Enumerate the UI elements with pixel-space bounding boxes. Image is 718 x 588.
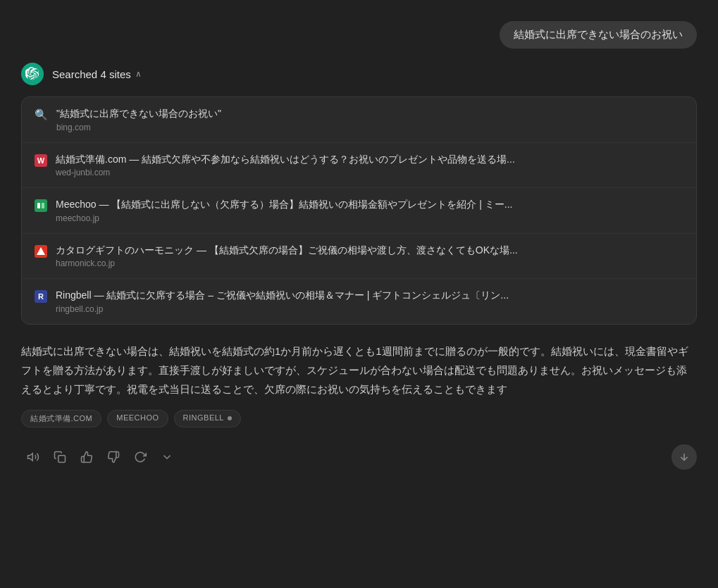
main-content: Searched 4 sites ∧ 🔍 "結婚式に出席できない場合のお祝い" …	[0, 63, 718, 574]
result-wed-junbi-domain: wed-junbi.com	[56, 168, 683, 177]
search-results-card: 🔍 "結婚式に出席できない場合のお祝い" bing.com W 結婚式準備.co…	[21, 96, 697, 325]
refresh-icon	[134, 451, 147, 463]
svg-rect-4	[42, 203, 44, 208]
favicon-meechoo	[35, 199, 47, 212]
search-icon: 🔍	[35, 108, 48, 121]
result-row-meechoo[interactable]: Meechoo — 【結婚式に出席しない（欠席する）場合】結婚祝いの相場金額やプ…	[22, 188, 696, 234]
search-query-domain: bing.com	[56, 123, 683, 132]
copy-button[interactable]	[48, 446, 72, 468]
action-bar	[21, 444, 697, 477]
search-query-text-wrap: "結婚式に出席できない場合のお祝い" bing.com	[56, 107, 683, 132]
result-meechoo-title: Meechoo — 【結婚式に出席しない（欠席する）場合】結婚祝いの相場金額やプ…	[56, 198, 683, 212]
top-bar: 結婚式に出席できない場合のお祝い	[0, 14, 718, 63]
query-bubble: 結婚式に出席できない場合のお祝い	[500, 21, 697, 49]
thumbs-down-icon	[107, 451, 120, 463]
result-harmonick-domain: harmonick.co.jp	[56, 258, 683, 268]
favicon-ringbell: R	[35, 290, 47, 303]
result-ringbell-text-wrap: Ringbell — 結婚式に欠席する場合 – ご祝儀や結婚祝いの相場＆マナー …	[56, 289, 683, 314]
result-wed-junbi-title: 結婚式準備.com — 結婚式欠席や不参加なら結婚祝いはどうする？お祝いのプレゼ…	[56, 153, 683, 167]
favicon-wed-junbi: W	[35, 154, 47, 167]
svg-text:W: W	[37, 156, 45, 165]
citation-tag-ringbell[interactable]: RINGBELL	[174, 410, 242, 427]
result-row-wed-junbi[interactable]: W 結婚式準備.com — 結婚式欠席や不参加なら結婚祝いはどうする？お祝いのプ…	[22, 143, 696, 189]
citation-dot	[228, 416, 232, 420]
result-meechoo-domain: meechoo.jp	[56, 213, 683, 223]
searched-sites-label[interactable]: Searched 4 sites ∧	[52, 68, 142, 80]
chevron-up-icon: ∧	[135, 69, 142, 79]
scroll-down-button[interactable]	[671, 444, 697, 470]
svg-marker-9	[28, 453, 33, 461]
citation-tag-meechoo[interactable]: MEECHOO	[107, 410, 168, 427]
arrow-down-icon	[679, 451, 690, 463]
result-row-ringbell[interactable]: R Ringbell — 結婚式に欠席する場合 – ご祝儀や結婚祝いの相場＆マナ…	[22, 279, 696, 324]
chatgpt-logo-svg	[25, 67, 39, 81]
result-ringbell-domain: ringbell.co.jp	[56, 304, 683, 314]
svg-text:R: R	[38, 292, 44, 301]
search-query-row[interactable]: 🔍 "結婚式に出席できない場合のお祝い" bing.com	[22, 97, 696, 143]
svg-rect-3	[37, 203, 40, 208]
result-row-harmonick[interactable]: カタログギフトのハーモニック — 【結婚式欠席の場合】ご祝儀の相場や渡し方、渡さ…	[22, 234, 696, 280]
result-ringbell-title: Ringbell — 結婚式に欠席する場合 – ご祝儀や結婚祝いの相場＆マナー …	[56, 289, 683, 303]
summary-text: 結婚式に出席できない場合は、結婚祝いを結婚式の約1か月前から遅くとも1週間前まで…	[21, 342, 697, 399]
svg-rect-10	[58, 456, 66, 463]
result-meechoo-text-wrap: Meechoo — 【結婚式に出席しない（欠席する）場合】結婚祝いの相場金額やプ…	[56, 198, 683, 223]
copy-icon	[54, 451, 66, 463]
thumbs-up-button[interactable]	[75, 446, 99, 468]
result-wed-junbi-text-wrap: 結婚式準備.com — 結婚式欠席や不参加なら結婚祝いはどうする？お祝いのプレゼ…	[56, 153, 683, 178]
search-query-title: "結婚式に出席できない場合のお祝い"	[56, 107, 683, 121]
thumbs-down-button[interactable]	[101, 446, 125, 468]
searched-sites-header: Searched 4 sites ∧	[21, 63, 697, 85]
action-bar-left	[21, 446, 179, 468]
regenerate-button[interactable]	[128, 446, 152, 468]
result-harmonick-text-wrap: カタログギフトのハーモニック — 【結婚式欠席の場合】ご祝儀の相場や渡し方、渡さ…	[56, 244, 683, 269]
result-harmonick-title: カタログギフトのハーモニック — 【結婚式欠席の場合】ご祝儀の相場や渡し方、渡さ…	[56, 244, 683, 258]
speaker-button[interactable]	[21, 446, 45, 468]
more-button[interactable]	[155, 446, 179, 468]
thumbs-up-icon	[80, 451, 93, 463]
chatgpt-icon	[21, 63, 44, 85]
favicon-harmonick	[35, 245, 47, 258]
speaker-icon	[27, 451, 39, 463]
chevron-down-icon	[161, 451, 173, 463]
svg-rect-2	[35, 199, 47, 212]
searched-sites-text: Searched 4 sites	[52, 68, 131, 80]
citation-tag-wed-junbi[interactable]: 結婚式準備.COM	[21, 410, 101, 427]
citation-tags: 結婚式準備.COM MEECHOO RINGBELL	[21, 410, 697, 427]
